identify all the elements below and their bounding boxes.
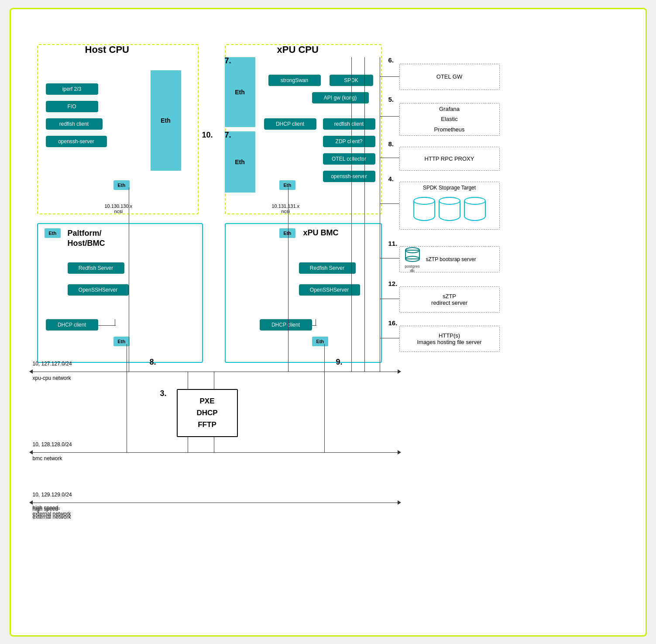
- host-eth-small: Eth: [113, 180, 130, 190]
- xpu-cpu-net-ip: 10, 127.127.0/24: [33, 361, 72, 367]
- xpu-strongswan: strongSwan: [268, 75, 321, 86]
- highspeed-network-line: [33, 503, 399, 503]
- xpu-bmc-dhcp-vert: [316, 319, 316, 326]
- xpu-ncsi-label: 10.131.131.xncsi: [272, 203, 300, 214]
- sztp-bootstrap-box: postgresdb sZTP bootsrap server: [399, 246, 500, 272]
- platform-eth-top: Eth: [45, 228, 61, 238]
- postgres-db-icon: postgresdb: [403, 246, 422, 273]
- pxe-vert-bot-left: [188, 437, 189, 452]
- http-images-box: HTTP(s) Images hosting file server: [399, 326, 500, 352]
- xpu-eth-small: Eth: [279, 180, 296, 190]
- highspeed-net-arrow-left: [29, 500, 33, 505]
- bmc-network-line: [33, 452, 399, 453]
- platform-dhcp-arrow-vert: [115, 319, 116, 326]
- right-line-4: [380, 203, 399, 204]
- bmc-net-arrow-right: [398, 450, 401, 455]
- barrel-1: [413, 197, 435, 221]
- platform-vert-line: [127, 344, 127, 452]
- bmc-net-arrow-left: [29, 450, 33, 455]
- grafana-label: Grafana Elastic Prometheus: [434, 104, 464, 134]
- xpu-cpu-label: xPU CPU: [277, 44, 319, 55]
- main-right-vert: [380, 57, 381, 372]
- xpu-openssh: openssh-server: [323, 171, 375, 182]
- highspeed-label: high speed- external network: [33, 505, 71, 520]
- num-6: 6.: [388, 56, 394, 64]
- xpu-cpu-net-label: xpu-cpu network: [33, 375, 71, 381]
- svg-rect-1: [405, 250, 419, 259]
- bmc-net-label: bmc network: [33, 455, 62, 461]
- platform-dhcp-arrow: [98, 325, 116, 326]
- platform-redfish: Redfish Server: [68, 262, 124, 274]
- num-12: 12.: [388, 280, 398, 287]
- host-iperf: iperf 2/3: [46, 83, 98, 95]
- xpu-redfish-client: redfish client: [323, 118, 375, 130]
- main-container: Host CPU iperf 2/3 FIO redfish client op…: [10, 8, 647, 637]
- sztp-redirect-box: sZTP redirect server: [399, 286, 500, 313]
- right-line-6: [380, 76, 399, 77]
- xpu-otel: OTEL collector: [323, 153, 375, 165]
- num-7b: 7.: [225, 131, 231, 140]
- pxe-vert-top-left: [188, 372, 189, 389]
- xpu-bmc-vert-line: [324, 344, 325, 452]
- right-line-11: [380, 258, 399, 259]
- right-line-12: [380, 299, 399, 300]
- http-rpc-proxy-box: HTTP RPC PROXY: [399, 147, 500, 171]
- pxe-label: PXE DHCP FFTP: [196, 395, 217, 431]
- bmc-net-ip: 10, 128.128.0/24: [33, 441, 72, 448]
- xpu-bmc-label: xPU BMC: [303, 228, 339, 238]
- xpu-bmc-dhcp: DHCP client: [260, 319, 312, 331]
- barrel-2: [439, 197, 460, 221]
- host-cpu-label: Host CPU: [85, 44, 129, 55]
- grafana-box: Grafana Elastic Prometheus: [399, 103, 500, 136]
- right-line-5: [380, 116, 399, 117]
- num-9-right: 9.: [336, 358, 343, 367]
- host-openssh: openssh-server: [46, 136, 107, 147]
- right-vert-3: [364, 57, 365, 372]
- xpu-bmc-redfish: Redfish Server: [299, 262, 356, 274]
- platform-label: Paltform/ Host/BMC: [68, 228, 105, 249]
- diagram-area: Host CPU iperf 2/3 FIO redfish client op…: [33, 31, 631, 629]
- xpu-eth-big: Eth: [225, 57, 255, 127]
- pxe-box: PXE DHCP FFTP: [177, 389, 238, 437]
- num-10: 10.: [202, 131, 213, 140]
- spdk-storage-box: SPDK Stoprage Target: [399, 182, 500, 230]
- host-vert-line: [129, 187, 130, 372]
- pxe-vert-top-right: [214, 372, 215, 389]
- xpu-bmc-eth-bottom: Eth: [312, 337, 329, 346]
- platform-dhcp: DHCP client: [46, 319, 98, 331]
- highspeed-net-arrow-right: [398, 500, 401, 505]
- xpu-vert-line: [288, 187, 289, 372]
- host-redfish: redfish client: [46, 118, 103, 130]
- xpu-net-arrow-left: [29, 369, 33, 374]
- num-5: 5.: [388, 96, 394, 103]
- num-4: 4.: [388, 175, 394, 183]
- host-eth-block: Eth: [151, 70, 181, 171]
- xpu-eth-mid: Eth: [225, 131, 255, 193]
- num-8-right: 8.: [388, 140, 394, 148]
- xpu-api-gw: API gw (kong): [312, 92, 369, 103]
- xpu-zdp: ZDP client?: [323, 136, 375, 147]
- highspeed-net-ip: 10, 129.129.0/24: [33, 492, 72, 498]
- xpu-cpu-network-line: [33, 372, 399, 372]
- pxe-number: 3.: [160, 389, 167, 398]
- platform-openssh: OpenSSHServer: [68, 284, 129, 296]
- xpu-bmc-eth-top: Eth: [279, 228, 296, 238]
- xpu-net-arrow-right: [398, 369, 401, 374]
- host-fio: FIO: [46, 101, 98, 112]
- xpu-bmc-openssh: OpenSSHServer: [299, 284, 360, 296]
- right-line-16: [380, 338, 399, 339]
- otel-gw-box: OTEL GW: [399, 64, 500, 90]
- pxe-vert-bot-right: [214, 437, 215, 452]
- right-vert-2: [351, 57, 352, 372]
- num-8-left: 8.: [150, 358, 156, 367]
- xpu-dhcp-client: DHCP client: [264, 118, 316, 130]
- num-7a: 7.: [225, 56, 231, 65]
- num-16: 16.: [388, 319, 398, 327]
- num-11: 11.: [388, 240, 398, 247]
- platform-eth-bottom: Eth: [113, 337, 130, 346]
- right-line-8: [380, 158, 399, 158]
- barrel-3: [464, 197, 486, 221]
